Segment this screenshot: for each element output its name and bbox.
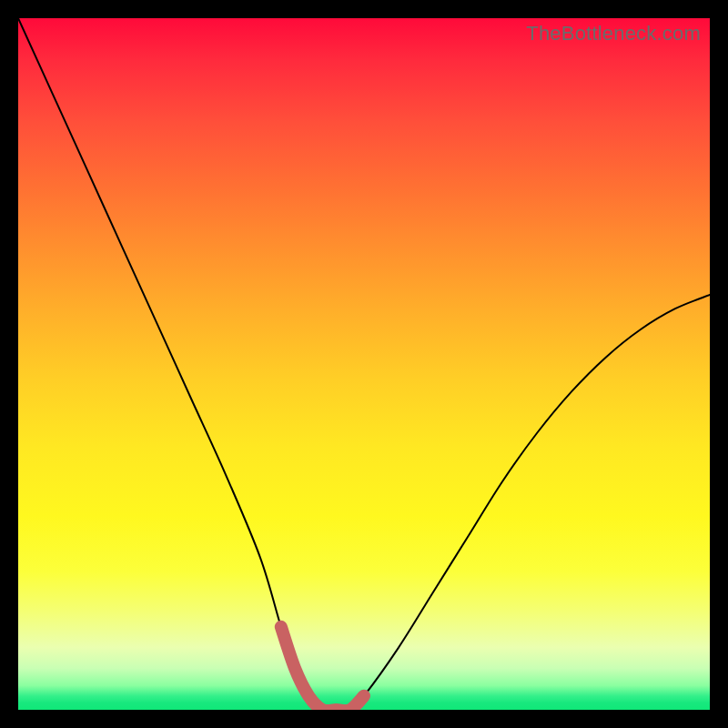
plot-area: TheBottleneck.com (18, 18, 710, 710)
watermark-text: TheBottleneck.com (526, 22, 701, 46)
bottleneck-curve (18, 18, 710, 710)
curves-svg (18, 18, 710, 710)
chart-frame: TheBottleneck.com (0, 0, 728, 728)
optimal-zone-curve (281, 627, 364, 710)
